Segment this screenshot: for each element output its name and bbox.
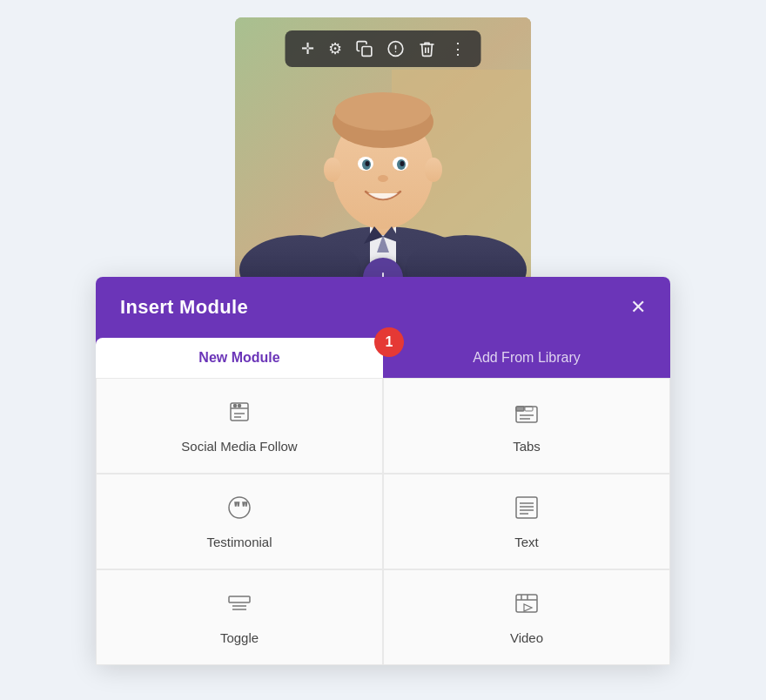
svg-text:": " (234, 500, 240, 515)
tab-new-module[interactable]: New Module (96, 338, 383, 378)
svg-rect-48 (516, 595, 537, 612)
modal-title: Insert Module (120, 296, 248, 319)
svg-point-14 (400, 161, 405, 166)
video-label: Video (510, 630, 543, 645)
svg-point-8 (335, 92, 431, 131)
duplicate-icon[interactable] (356, 40, 373, 57)
toggle-label: Toggle (220, 630, 259, 645)
svg-rect-22 (362, 47, 372, 57)
module-item-social-media-follow[interactable]: Social Media Follow (96, 378, 383, 474)
svg-point-28 (234, 405, 237, 407)
svg-point-15 (378, 175, 388, 182)
svg-text:": " (242, 500, 248, 515)
module-item-text[interactable]: Text (383, 474, 670, 569)
svg-point-13 (366, 161, 370, 166)
toggle-visibility-icon[interactable] (387, 40, 405, 57)
toolbar: ✛ ⚙ ⋮ (286, 30, 481, 67)
tabs-label: Tabs (513, 439, 541, 454)
module-item-tabs[interactable]: Tabs (383, 378, 670, 474)
text-label: Text (514, 535, 539, 549)
move-icon[interactable]: ✛ (301, 39, 314, 58)
testimonial-label: Testimonial (206, 535, 272, 549)
svg-rect-33 (516, 407, 524, 411)
toggle-icon (225, 589, 253, 622)
module-item-toggle[interactable]: Toggle (96, 569, 383, 665)
svg-point-29 (239, 405, 241, 407)
tabs-icon (513, 398, 541, 430)
tab-add-from-library[interactable]: Add From Library (383, 338, 670, 378)
page-wrapper: ✛ ⚙ ⋮ + (0, 0, 766, 700)
svg-marker-52 (524, 604, 532, 611)
svg-rect-40 (516, 497, 537, 518)
svg-point-17 (425, 158, 442, 182)
delete-icon[interactable] (419, 40, 436, 57)
video-icon (513, 589, 541, 622)
notification-badge: 1 (374, 327, 404, 357)
module-item-testimonial[interactable]: " " Testimonial (96, 474, 383, 569)
text-icon (513, 494, 541, 526)
more-options-icon[interactable]: ⋮ (450, 39, 466, 58)
svg-point-16 (324, 158, 341, 182)
settings-icon[interactable]: ⚙ (328, 39, 342, 58)
testimonial-icon: " " (225, 494, 253, 526)
social-media-follow-icon (225, 398, 253, 430)
module-item-video[interactable]: Video (383, 569, 670, 665)
module-grid: Social Media Follow Tabs (96, 378, 670, 665)
svg-rect-45 (229, 596, 250, 602)
social-media-follow-label: Social Media Follow (181, 439, 297, 454)
modal-close-button[interactable]: ✕ (630, 298, 646, 317)
